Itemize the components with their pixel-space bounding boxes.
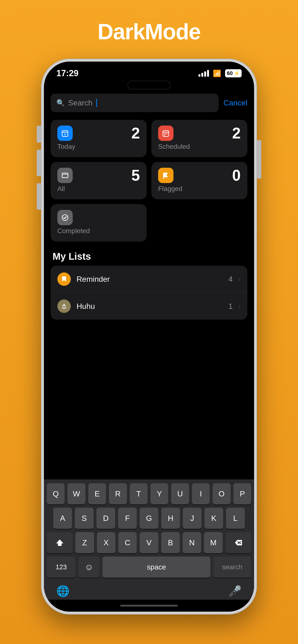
- svg-point-7: [167, 134, 168, 134]
- keyboard: Q W E R T Y U I O P A S D F G H J K: [44, 480, 254, 600]
- svg-point-6: [165, 134, 166, 134]
- key-d[interactable]: D: [96, 508, 115, 529]
- flagged-count: 0: [232, 168, 241, 183]
- right-side-buttons: [257, 140, 261, 178]
- smart-card-flagged[interactable]: 0 Flagged: [152, 162, 247, 199]
- key-h[interactable]: H: [161, 508, 180, 529]
- app-content: 🔍 Search Cancel 9: [44, 92, 254, 480]
- key-l[interactable]: L: [226, 508, 245, 529]
- phone-screen: 17:29 📶 60 ⚡ 🔍: [44, 62, 254, 612]
- key-j[interactable]: J: [183, 508, 202, 529]
- status-time: 17:29: [56, 68, 78, 78]
- keyboard-row-1: Q W E R T Y U I O P: [47, 483, 251, 504]
- key-y[interactable]: Y: [151, 483, 168, 504]
- huhu-count: 1: [228, 302, 233, 311]
- key-i[interactable]: I: [192, 483, 210, 504]
- smart-card-completed[interactable]: Completed: [51, 204, 146, 242]
- key-s[interactable]: S: [75, 508, 94, 529]
- key-f[interactable]: F: [118, 508, 137, 529]
- svg-point-12: [63, 304, 65, 306]
- numbers-key[interactable]: 123: [47, 556, 76, 578]
- list-item-huhu[interactable]: Huhu 1 ›: [51, 293, 247, 320]
- keyboard-row-2: A S D F G H J K L: [47, 508, 251, 529]
- list-item-reminder[interactable]: Reminder 4 ›: [51, 266, 247, 293]
- completed-label: Completed: [57, 227, 140, 235]
- huhu-chevron: ›: [238, 302, 241, 310]
- wifi-icon: 📶: [213, 70, 221, 78]
- all-label: All: [57, 185, 140, 192]
- silent-button: [37, 126, 41, 142]
- key-t[interactable]: T: [130, 483, 147, 504]
- search-row: 🔍 Search Cancel: [51, 94, 247, 112]
- cancel-button[interactable]: Cancel: [223, 98, 247, 107]
- battery-level: 60: [227, 70, 233, 76]
- battery-icon: 60 ⚡: [225, 69, 242, 78]
- microphone-icon[interactable]: 🎤: [228, 585, 242, 597]
- scheduled-icon: [158, 126, 174, 141]
- search-icon: 🔍: [56, 99, 65, 107]
- smart-lists-grid: 9 2 Today: [51, 120, 247, 242]
- reminder-icon: [57, 272, 71, 286]
- delete-key[interactable]: [226, 532, 251, 553]
- today-icon: 9: [57, 126, 73, 141]
- emoji-key[interactable]: ☺: [78, 556, 100, 578]
- volume-up-button: [37, 150, 41, 176]
- phone-frame: 17:29 📶 60 ⚡ 🔍: [41, 59, 257, 614]
- search-key[interactable]: search: [213, 556, 251, 578]
- shift-key[interactable]: [47, 532, 72, 553]
- dynamic-island: [127, 81, 171, 89]
- all-count: 5: [131, 168, 140, 183]
- signal-icon: [198, 70, 209, 77]
- space-key[interactable]: space: [102, 556, 210, 578]
- key-q[interactable]: Q: [47, 483, 65, 504]
- power-button: [257, 140, 261, 178]
- globe-icon[interactable]: 🌐: [56, 585, 70, 597]
- key-m[interactable]: M: [204, 532, 222, 553]
- flagged-icon: [158, 168, 174, 183]
- smart-card-scheduled[interactable]: 2 Scheduled: [152, 120, 247, 157]
- key-z[interactable]: Z: [75, 532, 94, 553]
- status-bar: 17:29 📶 60 ⚡: [44, 62, 254, 81]
- key-e[interactable]: E: [88, 483, 106, 504]
- key-c[interactable]: C: [118, 532, 137, 553]
- lists-container: Reminder 4 › Huhu 1 ›: [51, 266, 247, 320]
- keyboard-icons-row: 🌐 🎤: [47, 581, 251, 600]
- reminder-chevron: ›: [238, 275, 241, 283]
- key-g[interactable]: G: [140, 508, 158, 529]
- today-label: Today: [57, 143, 140, 150]
- scheduled-count: 2: [232, 126, 241, 141]
- key-b[interactable]: B: [161, 532, 180, 553]
- search-input[interactable]: Search: [68, 98, 92, 107]
- key-p[interactable]: P: [233, 483, 251, 504]
- key-w[interactable]: W: [67, 483, 85, 504]
- huhu-name: Huhu: [77, 302, 223, 311]
- key-k[interactable]: K: [204, 508, 223, 529]
- keyboard-row-3: Z X C V B N M: [47, 532, 251, 553]
- smart-card-all[interactable]: 5 All: [51, 162, 146, 199]
- key-n[interactable]: N: [183, 532, 201, 553]
- flagged-label: Flagged: [158, 185, 241, 192]
- key-r[interactable]: R: [109, 483, 127, 504]
- home-indicator: [44, 600, 254, 612]
- smart-card-today[interactable]: 9 2 Today: [51, 120, 146, 157]
- reminder-count: 4: [228, 275, 233, 284]
- key-u[interactable]: U: [171, 483, 189, 504]
- key-a[interactable]: A: [53, 508, 72, 529]
- completed-icon: [57, 210, 73, 225]
- search-bar[interactable]: 🔍 Search: [51, 94, 219, 112]
- keyboard-row-bottom: 123 ☺ space search: [47, 556, 251, 578]
- key-o[interactable]: O: [213, 483, 230, 504]
- reminder-name: Reminder: [77, 275, 223, 284]
- page-title: DarkMode: [98, 19, 201, 44]
- today-count: 2: [131, 126, 140, 141]
- svg-point-5: [164, 134, 165, 134]
- left-side-buttons: [37, 126, 41, 210]
- svg-point-8: [164, 135, 165, 136]
- key-v[interactable]: V: [140, 532, 158, 553]
- my-lists-section-title: My Lists: [51, 251, 247, 262]
- scheduled-label: Scheduled: [158, 143, 241, 150]
- all-icon: [57, 168, 73, 183]
- key-x[interactable]: X: [97, 532, 115, 553]
- huhu-icon: [57, 300, 71, 313]
- text-cursor: [96, 99, 97, 107]
